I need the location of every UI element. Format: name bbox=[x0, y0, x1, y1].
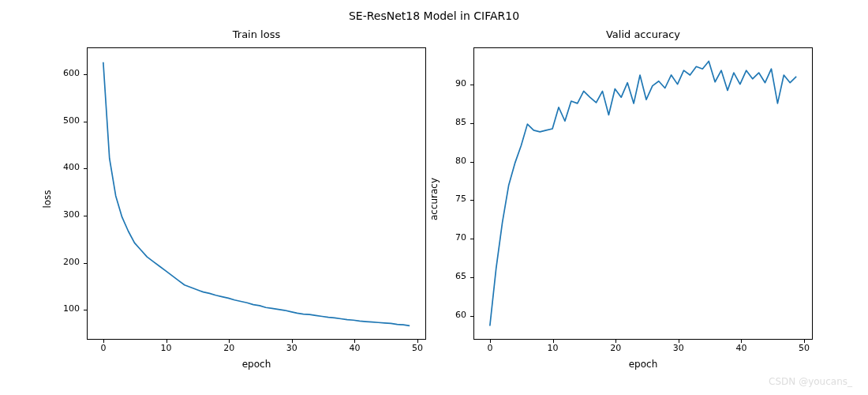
tick-mark bbox=[84, 310, 88, 310]
y-tick-label: 600 bbox=[63, 67, 80, 77]
subplot-title: Train loss bbox=[233, 28, 280, 40]
tick-mark bbox=[84, 74, 88, 75]
figure: SE-ResNet18 Model in CIFAR10 Train loss … bbox=[0, 0, 868, 395]
tick-mark bbox=[470, 162, 474, 163]
watermark: CSDN @youcans_ bbox=[769, 376, 852, 387]
y-tick-label: 200 bbox=[63, 256, 80, 266]
tick-mark bbox=[84, 263, 88, 264]
y-tick-label: 300 bbox=[63, 209, 80, 219]
accuracy-line bbox=[490, 62, 796, 326]
plot-area: 01020304050100200300400500600 bbox=[87, 47, 426, 340]
figure-title: SE-ResNet18 Model in CIFAR10 bbox=[349, 9, 519, 22]
y-tick-label: 400 bbox=[63, 162, 80, 172]
y-tick-label: 85 bbox=[455, 116, 466, 126]
train-loss-plot: Train loss 01020304050100200300400500600… bbox=[87, 47, 426, 340]
y-axis-label: accuracy bbox=[428, 178, 440, 220]
x-tick-label: 0 bbox=[100, 343, 106, 353]
y-tick-label: 60 bbox=[455, 309, 466, 319]
x-tick-label: 20 bbox=[223, 343, 234, 353]
x-tick-label: 20 bbox=[610, 343, 621, 353]
tick-mark bbox=[84, 216, 88, 216]
x-tick-label: 30 bbox=[286, 343, 297, 353]
x-tick-label: 40 bbox=[349, 343, 360, 353]
x-tick-label: 0 bbox=[487, 343, 492, 353]
x-tick-label: 30 bbox=[673, 343, 684, 353]
tick-mark bbox=[470, 316, 474, 317]
y-tick-label: 90 bbox=[455, 77, 466, 88]
tick-mark bbox=[84, 168, 88, 169]
tick-mark bbox=[470, 200, 474, 201]
x-tick-label: 10 bbox=[161, 343, 172, 353]
y-tick-label: 500 bbox=[63, 115, 80, 125]
y-tick-label: 70 bbox=[455, 232, 466, 243]
plot-area: 0102030405060657075808590 bbox=[473, 47, 813, 340]
tick-mark bbox=[470, 85, 474, 85]
x-axis-label: epoch bbox=[629, 359, 658, 370]
loss-line bbox=[103, 62, 410, 326]
y-tick-label: 100 bbox=[63, 303, 80, 314]
tick-mark bbox=[470, 123, 474, 124]
tick-mark bbox=[84, 122, 88, 122]
x-axis-label: epoch bbox=[242, 359, 271, 370]
y-tick-label: 75 bbox=[455, 194, 466, 204]
y-tick-label: 80 bbox=[455, 155, 466, 165]
y-tick-label: 65 bbox=[455, 270, 466, 280]
subplot-title: Valid accuracy bbox=[606, 28, 680, 40]
x-tick-label: 50 bbox=[799, 343, 810, 353]
y-axis-label: loss bbox=[42, 190, 53, 208]
x-tick-label: 50 bbox=[412, 343, 423, 353]
x-tick-label: 40 bbox=[735, 343, 746, 353]
valid-accuracy-plot: Valid accuracy 0102030405060657075808590… bbox=[473, 47, 813, 340]
tick-mark bbox=[470, 277, 474, 278]
tick-mark bbox=[470, 239, 474, 239]
x-tick-label: 10 bbox=[548, 343, 559, 353]
